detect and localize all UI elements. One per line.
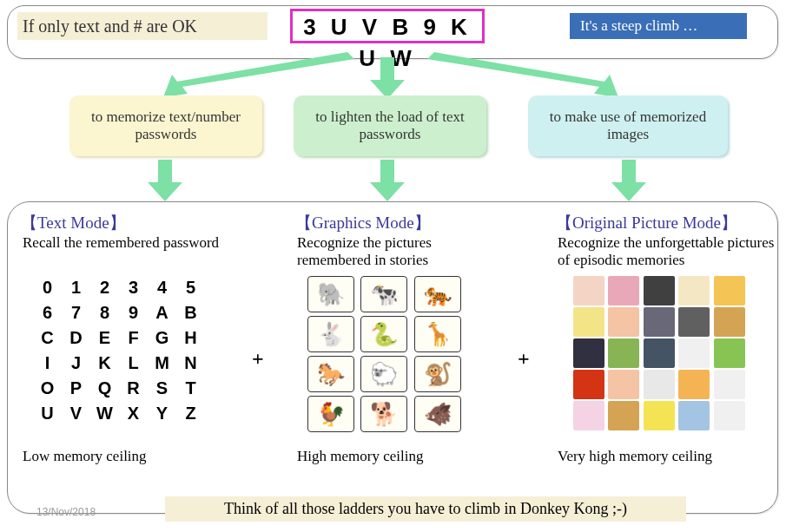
char-cell: 2 [94, 278, 116, 298]
photo-cell [678, 307, 710, 337]
animal-cell: 🐗 [414, 396, 461, 432]
svg-marker-0 [163, 52, 354, 97]
graphics-ceiling: High memory ceiling [297, 448, 423, 465]
char-cell: H [180, 328, 201, 348]
photo-cell [573, 370, 604, 399]
photo-cell [573, 276, 604, 305]
char-cell: Q [94, 378, 116, 398]
photo-cell [678, 370, 710, 399]
photo-cell [608, 307, 639, 337]
mid-box-original: to make use of memorized images [528, 95, 728, 156]
graphics-pic-grid: 🐘🐄🐅🐇🐍🦒🐎🐑🐒🐓🐕🐗 [307, 276, 464, 432]
char-cell: B [180, 303, 201, 323]
text-ceiling: Low memory ceiling [23, 448, 147, 465]
photo-cell [608, 276, 639, 305]
char-cell: T [180, 378, 201, 398]
char-cell: 3 [122, 278, 144, 298]
animal-cell: 🐕 [360, 396, 407, 432]
char-cell: I [36, 353, 58, 373]
original-mode-title: 【Original Picture Mode】 [556, 212, 737, 234]
text-char-grid: 0123456789ABCDEFGHIJKLMNOPQRSTUVWXYZ [36, 278, 201, 424]
animal-cell: 🐎 [307, 356, 354, 392]
steep-label: It's a steep climb … [570, 13, 747, 39]
char-cell: 9 [122, 303, 144, 323]
plus-2: + [518, 347, 530, 371]
char-cell: 1 [65, 278, 87, 298]
char-cell: E [94, 328, 116, 348]
char-cell: 8 [94, 303, 116, 323]
photo-cell [608, 338, 639, 368]
photo-cell [714, 401, 745, 430]
char-cell: V [65, 404, 87, 424]
photo-cell [714, 370, 745, 399]
animal-cell: 🐍 [360, 316, 407, 352]
photo-cell [644, 338, 675, 368]
photo-cell [573, 307, 604, 337]
char-cell: N [180, 353, 201, 373]
photo-cell [573, 338, 604, 368]
captcha-box: 3 U V B 9 K U W [290, 9, 485, 43]
char-cell: C [36, 328, 58, 348]
char-cell: W [94, 404, 116, 424]
photo-cell [714, 276, 745, 305]
char-cell: 5 [180, 278, 201, 298]
char-cell: S [151, 378, 173, 398]
animal-cell: 🐒 [414, 356, 461, 392]
original-mode-desc: Recognize the unforgettable pictures of … [558, 234, 775, 270]
arrow-top-right [426, 52, 651, 101]
photo-cell [644, 401, 675, 430]
footer-text: Think of all those ladders you have to c… [165, 496, 686, 522]
photo-cell [714, 307, 745, 337]
animal-cell: 🐄 [360, 276, 407, 312]
text-mode-desc: Recall the remembered password [23, 234, 222, 252]
arrow-down-1 [148, 160, 182, 201]
svg-marker-5 [611, 160, 646, 201]
animal-cell: 🐑 [360, 356, 407, 392]
animal-cell: 🐇 [307, 316, 354, 352]
char-cell: 7 [65, 303, 87, 323]
arrow-down-3 [611, 160, 646, 201]
char-cell: Y [151, 404, 173, 424]
footer-date: 13/Nov/2018 [36, 506, 96, 518]
mid-box-graphics: to lighten the load of text passwords [294, 95, 486, 156]
svg-marker-4 [370, 160, 405, 201]
char-cell: J [65, 353, 87, 373]
char-cell: M [151, 353, 173, 373]
animal-cell: 🐅 [414, 276, 461, 312]
arrow-top-left [130, 52, 356, 101]
original-photo-grid [573, 276, 747, 430]
graphics-mode-desc: Recognize the pictures remembered in sto… [297, 234, 497, 270]
photo-cell [678, 338, 710, 368]
photo-cell [573, 401, 604, 430]
svg-marker-2 [427, 52, 618, 97]
char-cell: A [151, 303, 173, 323]
char-cell: U [36, 404, 58, 424]
photo-cell [644, 276, 675, 305]
char-cell: R [122, 378, 144, 398]
char-cell: X [122, 404, 144, 424]
svg-marker-3 [148, 160, 182, 201]
char-cell: G [151, 328, 173, 348]
mid-box-text: to memorize text/number passwords [69, 95, 262, 156]
text-mode-title: 【Text Mode】 [21, 212, 126, 234]
arrow-top-mid [370, 57, 405, 99]
photo-cell [608, 370, 639, 399]
photo-cell [608, 401, 639, 430]
char-cell: Z [180, 404, 201, 424]
photo-cell [714, 338, 745, 368]
char-cell: L [122, 353, 144, 373]
photo-cell [678, 401, 710, 430]
char-cell: F [122, 328, 144, 348]
photo-cell [644, 307, 675, 337]
char-cell: K [94, 353, 116, 373]
char-cell: P [65, 378, 87, 398]
ok-label: If only text and # are OK [17, 12, 268, 40]
char-cell: 6 [36, 303, 58, 323]
char-cell: 0 [36, 278, 58, 298]
arrow-down-2 [370, 160, 405, 201]
plus-1: + [252, 347, 264, 371]
graphics-mode-title: 【Graphics Mode】 [295, 212, 431, 234]
photo-cell [678, 276, 710, 305]
photo-cell [644, 370, 675, 399]
original-ceiling: Very high memory ceiling [558, 448, 712, 465]
